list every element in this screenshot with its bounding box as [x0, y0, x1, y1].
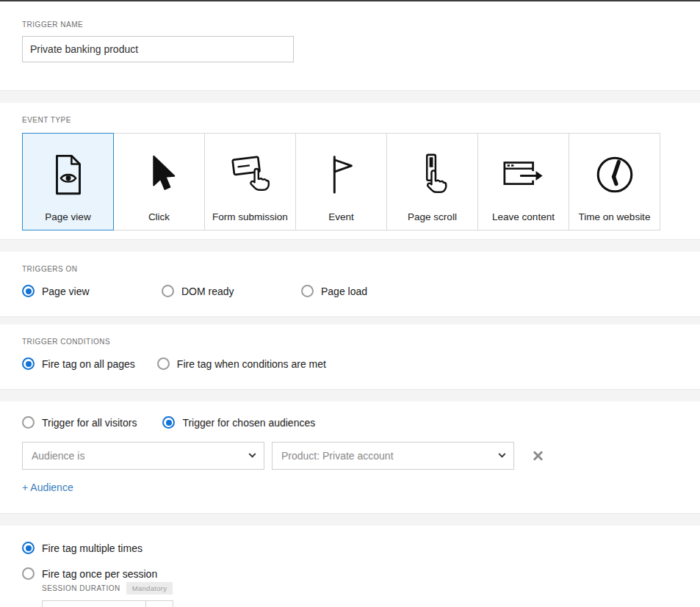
- radio-circle[interactable]: [162, 285, 174, 297]
- event-type-tiles: Page view Click: [22, 133, 678, 230]
- triggers-on-options: Page view DOM ready Page load: [22, 285, 678, 297]
- radio-circle[interactable]: [157, 357, 170, 370]
- audience-options: Trigger for all visitors Trigger for cho…: [22, 416, 678, 429]
- firing-section: Fire tag multiple times Fire tag once pe…: [0, 526, 700, 607]
- trigger-conditions-label: TRIGGER CONDITIONS: [22, 338, 678, 346]
- radio-label: Trigger for all visitors: [42, 417, 137, 429]
- radio-fire-once-per-session[interactable]: Fire tag once per session: [22, 567, 678, 580]
- radio-chosen-audiences[interactable]: Trigger for chosen audiences: [162, 416, 315, 429]
- event-type-form-submission[interactable]: Form submission: [204, 133, 296, 230]
- chevron-down-icon: [249, 450, 256, 457]
- radio-circle[interactable]: [22, 357, 35, 370]
- radio-circle[interactable]: [22, 416, 35, 429]
- leave-content-icon: [501, 134, 546, 211]
- audience-condition-select[interactable]: Audience is: [22, 442, 264, 470]
- event-type-page-scroll[interactable]: Page scroll: [386, 133, 478, 230]
- radio-circle[interactable]: [301, 285, 314, 297]
- trigger-name-input[interactable]: [22, 36, 294, 62]
- audience-section: Trigger for all visitors Trigger for cho…: [0, 401, 700, 514]
- radio-page-load[interactable]: Page load: [301, 285, 441, 297]
- trigger-conditions-options: Fire tag on all pages Fire tag when cond…: [22, 357, 678, 370]
- session-duration-block: SESSION DURATION Mandatory min: [42, 582, 678, 607]
- page-scroll-icon: [410, 134, 455, 211]
- form-submission-icon: [228, 134, 273, 211]
- click-icon: [137, 134, 182, 211]
- event-type-page-view[interactable]: Page view: [22, 133, 114, 230]
- radio-label: Page view: [42, 286, 90, 297]
- radio-label: DOM ready: [181, 286, 234, 297]
- session-duration-input[interactable]: [42, 600, 146, 607]
- radio-label: Page load: [321, 286, 367, 297]
- radio-circle[interactable]: [22, 285, 35, 297]
- event-type-tile-label: Leave content: [492, 211, 555, 222]
- radio-label: Trigger for chosen audiences: [182, 417, 315, 429]
- radio-label: Fire tag multiple times: [42, 542, 142, 554]
- mandatory-badge: Mandatory: [126, 582, 173, 595]
- duration-unit: min: [145, 600, 173, 607]
- remove-condition-icon[interactable]: [532, 450, 544, 462]
- radio-circle[interactable]: [22, 542, 35, 554]
- select-value: Product: Private account: [281, 450, 394, 462]
- radio-circle[interactable]: [22, 567, 35, 580]
- event-type-section: EVENT TYPE Page view Click: [0, 103, 700, 240]
- page-view-icon: [46, 134, 91, 211]
- section-gap: [0, 317, 700, 324]
- section-gap: [0, 514, 700, 526]
- section-gap: [0, 390, 700, 401]
- triggers-on-section: TRIGGERS ON Page view DOM ready Page loa…: [0, 252, 700, 317]
- event-type-event[interactable]: Event: [295, 133, 387, 230]
- radio-fire-multiple-times[interactable]: Fire tag multiple times: [22, 542, 678, 554]
- event-type-tile-label: Event: [328, 211, 354, 222]
- radio-page-view[interactable]: Page view: [22, 285, 162, 297]
- session-duration-field: min: [42, 600, 678, 607]
- event-type-click[interactable]: Click: [113, 133, 205, 230]
- event-type-leave-content[interactable]: Leave content: [477, 133, 569, 230]
- trigger-conditions-section: TRIGGER CONDITIONS Fire tag on all pages…: [0, 324, 700, 390]
- section-gap: [0, 91, 700, 103]
- add-audience-link[interactable]: + Audience: [22, 481, 73, 493]
- trigger-name-label: TRIGGER NAME: [22, 21, 678, 29]
- event-type-tile-label: Page view: [45, 211, 90, 222]
- event-type-label: EVENT TYPE: [22, 116, 678, 124]
- event-type-tile-label: Time on website: [579, 211, 651, 222]
- event-type-tile-label: Page scroll: [408, 211, 457, 222]
- chevron-down-icon: [499, 450, 506, 457]
- section-gap: [0, 240, 700, 252]
- select-value: Audience is: [32, 450, 84, 462]
- trigger-name-section: TRIGGER NAME: [0, 1, 700, 91]
- triggers-on-label: TRIGGERS ON: [22, 265, 678, 273]
- radio-circle[interactable]: [162, 416, 175, 429]
- session-duration-label: SESSION DURATION: [42, 584, 120, 592]
- audience-value-select[interactable]: Product: Private account: [272, 442, 514, 470]
- radio-fire-conditions-met[interactable]: Fire tag when conditions are met: [157, 357, 326, 370]
- radio-label: Fire tag once per session: [42, 568, 157, 580]
- audience-condition-row: Audience is Product: Private account: [22, 442, 678, 470]
- radio-label: Fire tag when conditions are met: [177, 358, 326, 370]
- event-type-tile-label: Form submission: [212, 211, 288, 222]
- event-type-tile-label: Click: [148, 211, 170, 222]
- radio-label: Fire tag on all pages: [42, 358, 135, 370]
- radio-fire-all-pages[interactable]: Fire tag on all pages: [22, 357, 135, 370]
- radio-dom-ready[interactable]: DOM ready: [162, 285, 301, 297]
- event-type-time-on-website[interactable]: Time on website: [569, 133, 660, 230]
- radio-all-visitors[interactable]: Trigger for all visitors: [22, 416, 137, 429]
- time-on-website-icon: [592, 134, 638, 211]
- event-flag-icon: [319, 134, 364, 211]
